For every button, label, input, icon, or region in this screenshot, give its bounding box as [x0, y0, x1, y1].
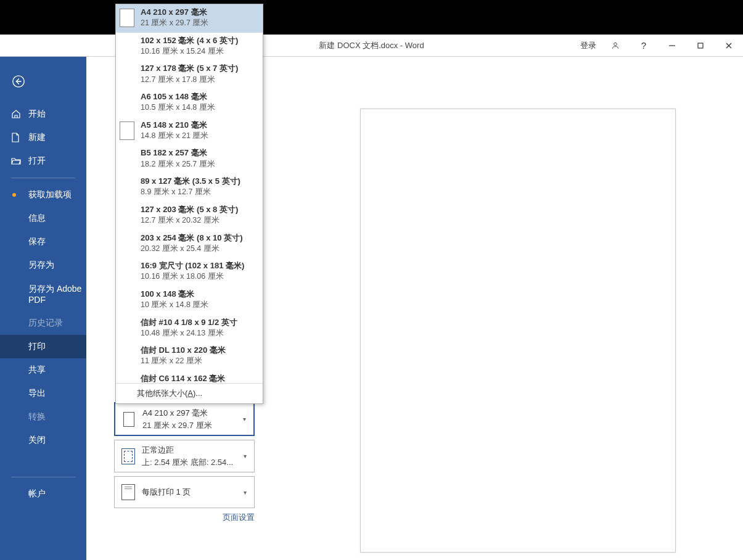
page-thumb-icon	[120, 9, 134, 27]
sidebar-share[interactable]: 共享	[0, 358, 86, 382]
option-title: 16:9 宽尺寸 (102 x 181 毫米)	[141, 260, 244, 271]
option-subtitle: 11 厘米 x 22 厘米	[141, 356, 226, 367]
separator	[11, 477, 75, 477]
option-title: A4 210 x 297 毫米	[141, 7, 208, 18]
dropdown-scroll[interactable]: A4 210 x 297 毫米21 厘米 x 29.7 厘米102 x 152 …	[116, 4, 263, 383]
option-subtitle: 8.9 厘米 x 12.7 厘米	[141, 187, 240, 198]
pages-per-sheet-selector[interactable]: 每版打印 1 页 ▾	[114, 476, 255, 508]
svg-point-0	[614, 43, 617, 46]
paper-size-option[interactable]: 100 x 148 毫米10 厘米 x 14.8 厘米	[116, 286, 263, 315]
pages-per-sheet-icon	[120, 482, 137, 502]
page-thumb-icon	[120, 93, 134, 112]
sidebar-open[interactable]: 打开	[0, 149, 86, 173]
option-title: B5 182 x 257 毫米	[141, 147, 215, 159]
sidebar-saveas[interactable]: 另存为	[0, 253, 86, 277]
print-settings: A4 210 x 297 毫米 21 厘米 x 29.7 厘米 ▾ 正常边距 上…	[114, 402, 255, 523]
paper-size-option[interactable]: 信封 #10 4 1/8 x 9 1/2 英寸10.48 厘米 x 24.13 …	[116, 315, 263, 343]
paper-size-option[interactable]: 102 x 152 毫米 (4 x 6 英寸)10.16 厘米 x 15.24 …	[116, 33, 263, 61]
new-dot-icon	[12, 193, 16, 197]
open-folder-icon	[11, 157, 22, 165]
sidebar-close[interactable]: 关闭	[0, 429, 86, 452]
page-thumb-icon	[120, 121, 134, 140]
page-thumb-icon	[120, 290, 134, 309]
login-link[interactable]: 登录	[580, 40, 596, 51]
paper-size-option[interactable]: A5 148 x 210 毫米14.8 厘米 x 21 厘米	[116, 117, 263, 146]
sidebar-new[interactable]: 新建	[0, 126, 86, 149]
option-title: 信封 C6 114 x 162 毫米	[141, 373, 225, 383]
minimize-button[interactable]	[658, 35, 686, 57]
option-subtitle: 14.8 厘米 x 21 厘米	[141, 131, 208, 142]
paper-size-option[interactable]: 127 x 203 毫米 (5 x 8 英寸)12.7 厘米 x 20.32 厘…	[116, 202, 263, 230]
maximize-button[interactable]	[686, 35, 715, 57]
more-paper-sizes[interactable]: 其他纸张大小(A)...	[116, 383, 263, 403]
sidebar-print[interactable]: 打印	[0, 335, 86, 358]
sidebar-home[interactable]: 开始	[0, 102, 86, 126]
option-subtitle: 10.48 厘米 x 24.13 厘米	[141, 328, 237, 339]
paper-size-option[interactable]: 信封 DL 110 x 220 毫米11 厘米 x 22 厘米	[116, 342, 263, 371]
option-title: 信封 #10 4 1/8 x 9 1/2 英寸	[141, 317, 237, 328]
paper-size-option[interactable]: B5 182 x 257 毫米18.2 厘米 x 25.7 厘米	[116, 145, 263, 173]
option-title: 127 x 178 毫米 (5 x 7 英寸)	[141, 63, 238, 74]
option-subtitle: 10 厘米 x 14.8 厘米	[141, 300, 208, 311]
page-thumb-icon	[120, 375, 134, 383]
close-button[interactable]	[715, 35, 743, 57]
sidebar-saveas-pdf[interactable]: 另存为 Adobe PDF	[0, 277, 86, 311]
option-subtitle: 20.32 厘米 x 25.4 厘米	[141, 244, 242, 255]
page-thumb-icon	[120, 262, 134, 281]
sidebar-convert[interactable]: 转换	[0, 405, 86, 429]
home-icon	[11, 109, 22, 119]
option-title: 102 x 152 毫米 (4 x 6 英寸)	[141, 35, 238, 46]
option-subtitle: 12.7 厘米 x 17.8 厘米	[141, 75, 238, 86]
paper-size-option[interactable]: 89 x 127 毫米 (3.5 x 5 英寸)8.9 厘米 x 12.7 厘米	[116, 173, 263, 202]
sidebar-save[interactable]: 保存	[0, 230, 86, 253]
backstage-sidebar: 开始 新建 打开 获取加载项 信息 保存 另存为 另存为 Adobe PDF 历…	[0, 57, 86, 560]
paper-size-option[interactable]: 127 x 178 毫米 (5 x 7 英寸)12.7 厘米 x 17.8 厘米	[116, 60, 263, 89]
back-button[interactable]	[6, 69, 31, 94]
option-title: 127 x 203 毫米 (5 x 8 英寸)	[141, 204, 238, 215]
paper-size-option[interactable]: 信封 C6 114 x 162 毫米11.4 厘米 x 16.2 厘米	[116, 371, 263, 383]
option-title: 203 x 254 毫米 (8 x 10 英寸)	[141, 233, 242, 244]
chevron-down-icon: ▾	[240, 416, 248, 422]
chevron-down-icon: ▾	[240, 453, 249, 459]
sidebar-addins[interactable]: 获取加载项	[0, 183, 86, 207]
titlebar: 新建 DOCX 文档.docx - Word 登录 ?	[0, 35, 743, 57]
page-setup-link[interactable]: 页面设置	[114, 512, 255, 523]
margins-icon	[120, 447, 137, 466]
option-title: 89 x 127 毫米 (3.5 x 5 英寸)	[141, 176, 240, 187]
page-thumb-icon	[120, 37, 134, 56]
svg-rect-2	[698, 43, 703, 48]
page-icon	[120, 410, 138, 429]
page-thumb-icon	[120, 347, 134, 365]
paper-size-option[interactable]: A4 210 x 297 毫米21 厘米 x 29.7 厘米	[116, 4, 263, 33]
page-thumb-icon	[120, 65, 134, 83]
option-title: 信封 DL 110 x 220 毫米	[141, 345, 226, 356]
page-thumb-icon	[120, 149, 134, 168]
option-subtitle: 10.16 厘米 x 18.06 厘米	[141, 271, 244, 282]
option-title: 100 x 148 毫米	[141, 289, 208, 300]
option-subtitle: 18.2 厘米 x 25.7 厘米	[141, 159, 215, 170]
paper-size-option[interactable]: 16:9 宽尺寸 (102 x 181 毫米)10.16 厘米 x 18.06 …	[116, 258, 263, 286]
paper-size-option[interactable]: 203 x 254 毫米 (8 x 10 英寸)20.32 厘米 x 25.4 …	[116, 230, 263, 258]
help-button[interactable]: ?	[630, 35, 658, 57]
option-title: A5 148 x 210 毫米	[141, 120, 208, 131]
option-title: A6 105 x 148 毫米	[141, 91, 215, 102]
paper-size-option[interactable]: A6 105 x 148 毫米10.5 厘米 x 14.8 厘米	[116, 89, 263, 117]
account-icon[interactable]	[601, 35, 630, 57]
page-thumb-icon	[120, 206, 134, 224]
sidebar-info[interactable]: 信息	[0, 207, 86, 230]
margins-selector[interactable]: 正常边距 上: 2.54 厘米 底部: 2.54... ▾	[114, 440, 255, 472]
chevron-down-icon: ▾	[240, 489, 249, 496]
paper-size-dropdown: A4 210 x 297 毫米21 厘米 x 29.7 厘米102 x 152 …	[115, 4, 263, 404]
paper-size-selector[interactable]: A4 210 x 297 毫米 21 厘米 x 29.7 厘米 ▾	[114, 402, 255, 436]
titlebar-black	[0, 0, 743, 35]
document-title: 新建 DOCX 文档.docx - Word	[319, 40, 424, 51]
sidebar-history[interactable]: 历史记录	[0, 311, 86, 335]
option-subtitle: 12.7 厘米 x 20.32 厘米	[141, 215, 238, 226]
page-thumb-icon	[120, 234, 134, 252]
page-thumb-icon	[120, 178, 134, 196]
separator	[11, 178, 75, 178]
option-subtitle: 21 厘米 x 29.7 厘米	[141, 18, 208, 29]
new-doc-icon	[11, 133, 22, 142]
sidebar-account[interactable]: 帐户	[0, 482, 86, 506]
sidebar-export[interactable]: 导出	[0, 382, 86, 405]
